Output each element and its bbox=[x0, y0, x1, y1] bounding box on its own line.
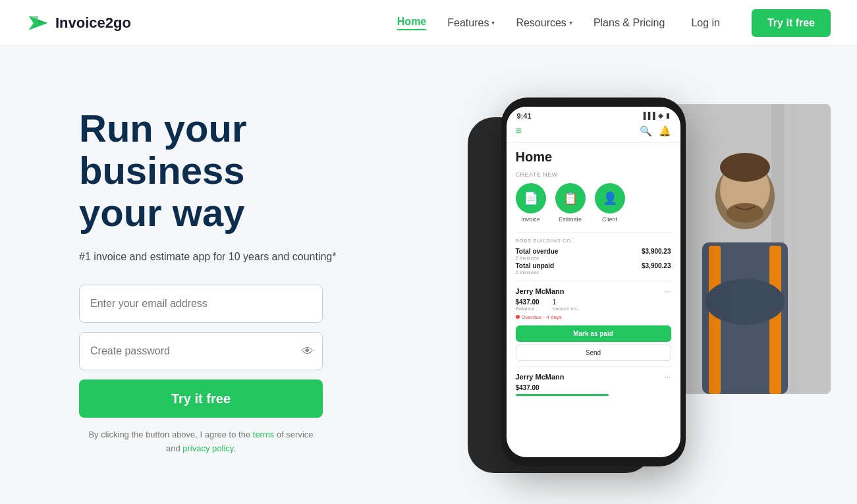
client1-name: Jerry McMann bbox=[516, 287, 565, 295]
svg-point-12 bbox=[705, 279, 785, 325]
nav-resources[interactable]: Resources ▾ bbox=[516, 17, 572, 29]
client1-details: $437.00 Balance 1 Invoice no. bbox=[516, 298, 671, 312]
create-client-btn[interactable]: 👤 Client bbox=[595, 183, 625, 223]
wifi-icon: ◈ bbox=[658, 112, 663, 119]
total-unpaid-value: $3,900.23 bbox=[642, 262, 671, 269]
client-card-1-header: Jerry McMann ··· bbox=[516, 287, 671, 296]
hero-heading: Run your business your way bbox=[79, 107, 395, 233]
create-estimate-btn[interactable]: 📋 Estimate bbox=[555, 183, 586, 223]
client2-more-icon[interactable]: ··· bbox=[664, 372, 671, 381]
total-overdue-sub: 2 invoices bbox=[516, 255, 559, 261]
mark-as-paid-button[interactable]: Mark as paid bbox=[516, 325, 671, 342]
total-overdue-value: $3,900.23 bbox=[642, 248, 671, 255]
logo-icon bbox=[26, 11, 50, 35]
privacy-link[interactable]: privacy policy bbox=[182, 443, 233, 453]
header-try-free-button[interactable]: Try it free bbox=[752, 9, 831, 37]
logo-text: Invoice2go bbox=[55, 14, 131, 32]
phone-home-title: Home bbox=[516, 150, 671, 165]
client2-balance: $437.00 bbox=[516, 384, 671, 391]
logo[interactable]: Invoice2go bbox=[26, 11, 131, 35]
client-card-2-header: Jerry McMann ··· bbox=[516, 372, 671, 381]
create-new-label: CREATE NEW bbox=[516, 171, 671, 178]
hero-section: Run your business your way #1 invoice an… bbox=[0, 46, 857, 504]
invoice-icon: 📄 bbox=[516, 183, 546, 213]
overdue-dot-icon bbox=[516, 315, 520, 319]
hero-subtitle: #1 invoice and estimate app for 10 years… bbox=[79, 249, 395, 265]
phone-app-header: ≡ 🔍 🔔 bbox=[507, 123, 680, 143]
phone-status-bar: 9:41 ▐▐▐ ◈ ▮ bbox=[507, 107, 680, 123]
bell-icon[interactable]: 🔔 bbox=[659, 125, 671, 137]
hamburger-icon[interactable]: ≡ bbox=[516, 125, 522, 137]
phone-screen: 9:41 ▐▐▐ ◈ ▮ ≡ 🔍 🔔 H bbox=[507, 107, 680, 457]
company-section: BOBS BUILDING CO. Total overdue 2 invoic… bbox=[516, 232, 671, 275]
header-action-icons: 🔍 🔔 bbox=[640, 125, 671, 137]
hero-right: 9:41 ▐▐▐ ◈ ▮ ≡ 🔍 🔔 H bbox=[435, 91, 804, 473]
total-unpaid-label: Total unpaid bbox=[516, 262, 555, 269]
battery-icon: ▮ bbox=[666, 112, 670, 119]
client-icon: 👤 bbox=[595, 183, 625, 213]
client1-balance-label: Balance bbox=[516, 306, 539, 312]
try-free-button[interactable]: Try it free bbox=[79, 379, 323, 418]
overdue-tag: Overdue - 4 days bbox=[516, 314, 671, 320]
signal-icon: ▐▐▐ bbox=[641, 112, 655, 119]
svg-rect-10 bbox=[709, 246, 721, 394]
estimate-icon: 📋 bbox=[555, 183, 586, 213]
client-card-1: Jerry McMann ··· $437.00 Balance 1 Invoi… bbox=[516, 281, 671, 366]
create-buttons: 📄 Invoice 📋 Estimate 👤 Client bbox=[516, 183, 671, 223]
phone-status-icons: ▐▐▐ ◈ ▮ bbox=[641, 112, 669, 119]
password-input[interactable] bbox=[79, 332, 323, 370]
balance-progress-bar bbox=[516, 394, 609, 396]
total-unpaid-row: Total unpaid 2 invoices $3,900.23 bbox=[516, 262, 671, 275]
client1-invoice-no: 1 bbox=[553, 298, 578, 306]
svg-rect-11 bbox=[769, 246, 781, 394]
total-unpaid-sub: 2 invoices bbox=[516, 269, 555, 275]
client1-invoice-label: Invoice no. bbox=[553, 306, 578, 312]
terms-link[interactable]: terms bbox=[253, 430, 275, 439]
phone-mockup: 9:41 ▐▐▐ ◈ ▮ ≡ 🔍 🔔 H bbox=[501, 98, 686, 466]
company-name: BOBS BUILDING CO. bbox=[516, 238, 671, 244]
total-overdue-row: Total overdue 2 invoices $3,900.23 bbox=[516, 248, 671, 261]
nav-home[interactable]: Home bbox=[397, 16, 426, 30]
phone-time: 9:41 bbox=[517, 112, 532, 120]
svg-rect-4 bbox=[791, 104, 796, 394]
terms-text: By clicking the button above, I agree to… bbox=[79, 428, 323, 456]
svg-point-7 bbox=[720, 153, 770, 182]
send-button[interactable]: Send bbox=[516, 345, 671, 361]
client2-name: Jerry McMann bbox=[516, 373, 565, 381]
total-overdue-label: Total overdue bbox=[516, 248, 559, 255]
estimate-label: Estimate bbox=[559, 216, 582, 223]
features-chevron-icon: ▾ bbox=[491, 19, 495, 26]
nav-login[interactable]: Log in bbox=[691, 17, 720, 29]
hero-left: Run your business your way #1 invoice an… bbox=[79, 107, 395, 456]
client-card-2: Jerry McMann ··· $437.00 bbox=[516, 366, 671, 396]
client1-balance: $437.00 bbox=[516, 298, 539, 306]
main-nav: Home Features ▾ Resources ▾ Plans & Pric… bbox=[397, 9, 831, 37]
svg-point-8 bbox=[727, 203, 763, 223]
create-invoice-btn[interactable]: 📄 Invoice bbox=[516, 183, 546, 223]
email-input[interactable] bbox=[79, 285, 323, 323]
invoice-label: Invoice bbox=[521, 216, 540, 223]
resources-chevron-icon: ▾ bbox=[569, 19, 572, 26]
client-label: Client bbox=[602, 216, 617, 223]
search-icon[interactable]: 🔍 bbox=[640, 125, 652, 137]
client1-more-icon[interactable]: ··· bbox=[664, 287, 671, 296]
nav-features[interactable]: Features ▾ bbox=[447, 17, 495, 29]
eye-icon[interactable]: 👁 bbox=[302, 345, 314, 358]
phone-content: Home CREATE NEW 📄 Invoice 📋 Estimate 👤 bbox=[507, 143, 680, 403]
nav-plans-pricing[interactable]: Plans & Pricing bbox=[594, 17, 665, 29]
header: Invoice2go Home Features ▾ Resources ▾ P… bbox=[0, 0, 857, 46]
password-wrapper: 👁 bbox=[79, 332, 323, 370]
